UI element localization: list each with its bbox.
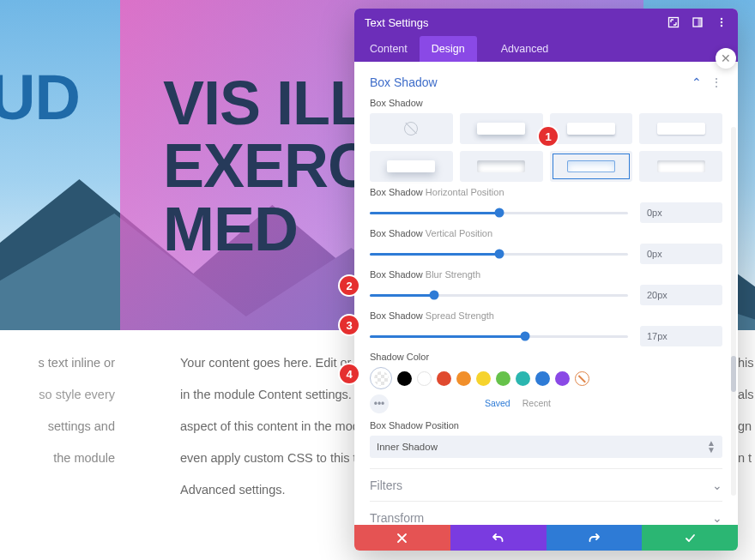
swatch-yellow[interactable] (476, 371, 491, 386)
swatch-none[interactable] (575, 371, 589, 386)
panel-titlebar[interactable]: Text Settings (354, 9, 738, 36)
color-swatches (370, 367, 722, 389)
select-arrows-icon: ▲▼ (707, 440, 716, 454)
text-frag: s text inline or (0, 347, 115, 379)
more-colors-button[interactable]: ••• (370, 394, 389, 413)
preset-6-selected[interactable] (550, 151, 633, 182)
section-title: Box Shadow (370, 75, 438, 89)
snap-icon[interactable] (692, 16, 704, 28)
annotation-badge-4: 4 (340, 364, 359, 383)
scrollbar-thumb[interactable] (731, 356, 736, 392)
value-vpos[interactable]: 0px (640, 244, 722, 264)
left-column: s text inline or so style every settings… (0, 330, 120, 560)
preset-2[interactable] (550, 113, 633, 144)
slider-spread[interactable]: 17px (370, 326, 722, 346)
swatch-white[interactable] (417, 371, 432, 386)
section-transform[interactable]: Transform ⌄ (370, 501, 722, 525)
save-button[interactable] (642, 525, 738, 551)
select-value: Inner Shadow (377, 442, 438, 452)
panel-footer (354, 525, 738, 551)
swatch-blue[interactable] (535, 371, 550, 386)
text-frag: n t (738, 443, 755, 474)
slider-vpos[interactable]: 0px (370, 244, 722, 264)
preset-none[interactable] (370, 113, 453, 144)
select-shadow-position[interactable]: Inner Shadow ▲▼ (370, 436, 722, 458)
label-hpos: Box Shadow Horizontal Position (370, 187, 722, 197)
label-shadow-position: Box Shadow Position (370, 420, 722, 431)
swatch-red[interactable] (437, 371, 451, 386)
annotation-badge-1: 1 (539, 127, 558, 146)
panel-title-icons (667, 16, 728, 28)
shadow-preset-grid (370, 113, 722, 182)
label-vpos: Box Shadow Vertical Position (370, 228, 722, 238)
svg-rect-2 (669, 18, 679, 27)
tab-design[interactable]: Design (420, 36, 477, 62)
preset-4[interactable] (370, 151, 453, 182)
swatch-current[interactable] (370, 367, 392, 389)
panel-scrollbar[interactable] (731, 127, 736, 496)
page: UD VIS ILL EXERCI MED s text inline or s… (0, 0, 755, 560)
text-frag: so style every (0, 379, 115, 411)
value-hpos[interactable]: 0px (640, 202, 722, 223)
value-spread[interactable]: 17px (640, 326, 722, 346)
preset-5[interactable] (460, 151, 543, 182)
palette-saved[interactable]: Saved (485, 398, 510, 408)
cancel-button[interactable] (354, 525, 450, 551)
preset-1[interactable] (460, 113, 543, 144)
text-frag: settings and (0, 411, 115, 443)
redo-button[interactable] (547, 525, 643, 551)
svg-rect-4 (698, 18, 703, 27)
annotation-badge-3: 3 (340, 316, 359, 334)
slider-hpos[interactable]: 0px (370, 202, 722, 223)
swatch-black[interactable] (397, 371, 412, 386)
label-spread: Box Shadow Spread Strength (370, 310, 722, 321)
svg-point-7 (721, 25, 722, 27)
text-frag: als (738, 379, 755, 411)
section-box-shadow[interactable]: Box Shadow ⌃ ⋮ (370, 70, 722, 93)
svg-point-6 (721, 21, 722, 23)
svg-point-5 (721, 18, 722, 20)
text-frag: the module (0, 443, 115, 474)
kebab-icon[interactable]: ⋮ (710, 75, 722, 89)
annotation-badge-2: 2 (340, 276, 359, 295)
swatch-teal[interactable] (516, 371, 530, 386)
kebab-icon[interactable] (716, 16, 728, 28)
right-column: his als gn n t (738, 330, 755, 560)
undo-button[interactable] (450, 525, 547, 551)
preset-3[interactable] (639, 113, 722, 144)
section-filters[interactable]: Filters ⌄ (370, 468, 722, 501)
panel-tabs: Content Design Advanced (354, 36, 738, 62)
value-blur[interactable]: 20px (640, 285, 722, 305)
preset-7[interactable] (639, 151, 722, 182)
chevron-down-icon: ⌄ (712, 479, 722, 492)
palette-recent[interactable]: Recent (522, 398, 551, 408)
panel-title: Text Settings (365, 16, 428, 29)
chevron-down-icon: ⌄ (712, 511, 722, 525)
hero-left-word: UD (0, 67, 80, 129)
tab-content[interactable]: Content (358, 36, 420, 62)
tab-advanced[interactable]: Advanced (489, 36, 561, 62)
label-blur: Box Shadow Blur Strength (370, 269, 722, 280)
swatch-purple[interactable] (555, 371, 570, 386)
label-preset: Box Shadow (370, 98, 722, 108)
expand-icon[interactable] (667, 16, 680, 28)
text-frag: gn (738, 411, 755, 443)
swatch-orange[interactable] (456, 371, 471, 386)
label-shadow-color: Shadow Color (370, 352, 722, 362)
chevron-up-icon[interactable]: ⌃ (692, 75, 702, 89)
text-frag: his (738, 347, 755, 379)
settings-panel: Text Settings Content Design Advanced Bo… (354, 9, 738, 551)
swatch-green[interactable] (496, 371, 510, 386)
close-panel-button[interactable]: ✕ (716, 48, 736, 69)
slider-blur[interactable]: 20px (370, 285, 722, 305)
